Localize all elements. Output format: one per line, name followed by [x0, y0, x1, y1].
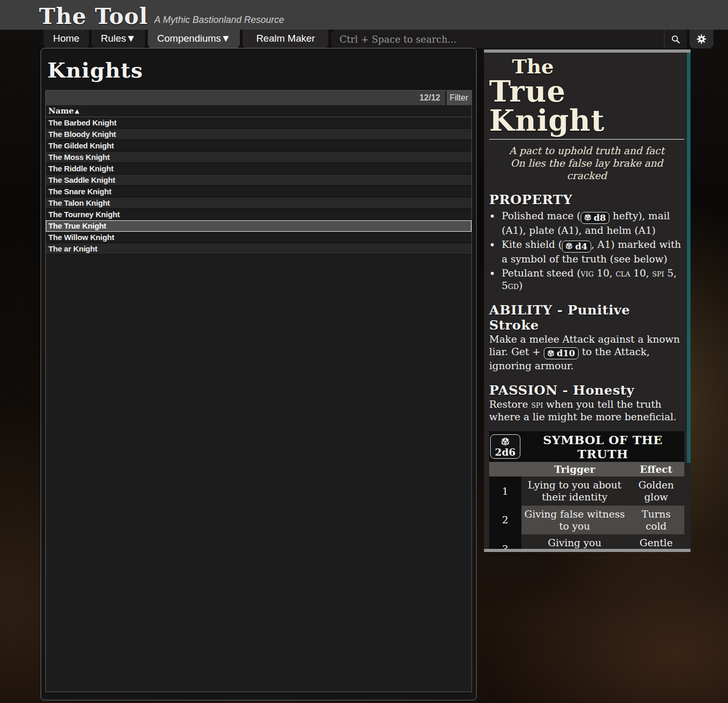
symbol-row: 2 Giving false witness to you Turns cold	[489, 506, 684, 535]
ability-text: Make a melee Attack against a known liar…	[489, 333, 684, 372]
row-count-bar: 12/12	[46, 91, 445, 105]
passion-heading: PASSION - Honesty	[489, 383, 684, 398]
panel-top-bar	[484, 49, 691, 53]
table-row[interactable]: The ar Knight	[46, 243, 471, 255]
table-row[interactable]: The Talon Knight	[46, 197, 471, 209]
panel-bottom-bar	[484, 549, 691, 552]
column-header-trigger: Trigger	[521, 462, 628, 476]
table-row[interactable]: The Snare Knight	[46, 186, 471, 197]
table-row[interactable]: The Riddle Knight	[46, 163, 471, 174]
d20-icon	[547, 349, 555, 357]
filter-bar: 12/12 Filter	[46, 91, 471, 105]
property-item: Petulant steed (vig 10, cla 10, spi 5, 5…	[501, 267, 684, 292]
detail-title: The True Knight	[489, 57, 684, 135]
knight-detail-panel: The True Knight A pact to uphold truth a…	[484, 49, 691, 552]
row-count: 12/12	[419, 93, 440, 103]
search-bar	[331, 30, 687, 48]
detail-scrollbar[interactable]	[687, 53, 691, 463]
app-logo: The Tool	[39, 6, 148, 28]
title-divider	[489, 139, 684, 140]
property-heading: PROPERTY	[489, 192, 684, 207]
tab-rules[interactable]: Rules▼	[92, 30, 145, 48]
knights-table: 12/12 Filter Name▲ The Barbed Knight The…	[45, 90, 472, 692]
app-tagline: A Mythic Bastionland Resource	[155, 15, 284, 26]
sort-ascending-icon: ▲	[75, 108, 79, 115]
table-row[interactable]: The Bloody Knight	[46, 129, 471, 140]
knight-detail-content: The True Knight A pact to uphold truth a…	[484, 49, 691, 552]
die-chip-d10: d10	[544, 347, 579, 359]
tab-compendiums[interactable]: Compendiums▼	[148, 30, 240, 48]
gear-icon	[696, 33, 707, 45]
die-chip-d8: d8	[581, 212, 610, 224]
d20-icon	[584, 214, 592, 221]
ability-heading: ABILITY - Punitive Stroke	[489, 303, 684, 333]
page-title: Knights	[47, 60, 472, 81]
column-header-effect: Effect	[628, 462, 684, 476]
table-row[interactable]: The Saddle Knight	[46, 174, 471, 186]
table-row-selected[interactable]: The True Knight	[46, 220, 471, 232]
property-item: Polished mace (d8 hefty), mail (A1), pla…	[501, 209, 684, 236]
table-row[interactable]: The Gilded Knight	[46, 140, 471, 152]
knights-rows: The Barbed Knight The Bloody Knight The …	[46, 117, 471, 255]
die-chip-d4: d4	[562, 241, 591, 253]
dice-chip-2d6: 2d6	[490, 434, 520, 459]
d20-icon	[565, 242, 573, 250]
d20-icon	[501, 437, 510, 446]
table-row[interactable]: The Willow Knight	[46, 232, 471, 243]
tab-realm-maker[interactable]: Realm Maker	[242, 30, 328, 48]
dice-roll-cell: 2d6	[489, 431, 521, 462]
table-title: SYMBOL OF THE TRUTH	[521, 431, 684, 462]
top-bar: The Tool A Mythic Bastionland Resource	[0, 0, 728, 30]
table-row[interactable]: The Tourney Knight	[46, 209, 471, 220]
symbol-of-the-truth-table: 2d6 SYMBOL OF THE TRUTH Trigger Effect 1…	[489, 431, 684, 552]
knights-list-panel: Knights 12/12 Filter Name▲ The Barbed Kn…	[41, 48, 477, 700]
symbol-row: 1 Lying to you about their identity Gold…	[489, 476, 684, 506]
passion-text: Restore spi when you tell the truth wher…	[489, 398, 684, 423]
column-header-name[interactable]: Name▲	[46, 105, 471, 117]
detail-subtitle: A pact to uphold truth and fact On lies …	[489, 145, 684, 182]
tab-home[interactable]: Home	[44, 30, 89, 48]
search-button[interactable]	[664, 30, 687, 48]
property-list: Polished mace (d8 hefty), mail (A1), pla…	[501, 209, 684, 292]
table-row[interactable]: The Moss Knight	[46, 152, 471, 163]
table-row[interactable]: The Barbed Knight	[46, 117, 471, 129]
settings-button[interactable]	[689, 30, 713, 48]
main-nav: Home Rules▼ Compendiums▼ Realm Maker	[44, 30, 713, 48]
search-input[interactable]	[331, 30, 664, 48]
property-item: Kite shield (d4, A1) marked with a symbo…	[501, 238, 684, 265]
search-icon	[671, 34, 681, 44]
filter-button[interactable]: Filter	[446, 91, 471, 105]
